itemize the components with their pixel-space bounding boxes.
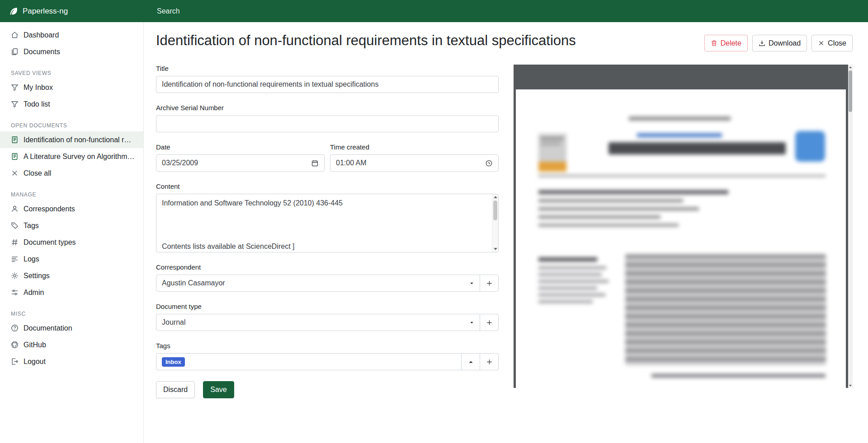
tag-icon [11,222,19,229]
blurred-line [538,224,679,227]
sidebar-item-label: Documents [24,48,60,56]
document-header: Identification of non-functional require… [156,32,853,51]
blurred-line [629,117,731,121]
list-icon [11,255,19,263]
file-text-icon [11,136,19,144]
correspondent-select[interactable]: Agustin Casamayor [156,275,480,292]
blurred-line [538,215,660,219]
tags-input[interactable]: Inbox [156,353,462,370]
blurred-line [538,273,602,276]
add-correspondent-button[interactable] [480,275,499,292]
plus-icon [486,319,493,326]
sidebar-item-label: Documentation [24,324,72,332]
blurred-divider [538,175,826,177]
caret-up-icon [467,359,474,365]
document-type-select[interactable]: Journal [156,314,480,331]
sidebar-item-label: Settings [24,272,50,280]
date-input[interactable]: 03/25/2009 [156,154,325,172]
scroll-up-arrow[interactable] [492,194,499,200]
discard-button[interactable]: Discard [156,381,195,398]
scroll-down-arrow[interactable] [848,383,853,388]
sidebar-item-correspondents[interactable]: Correspondents [0,201,143,217]
sidebar-item-label: Correspondents [24,205,75,213]
calendar-icon [311,159,319,167]
delete-button[interactable]: Delete [704,35,748,51]
search-area [156,7,868,16]
sidebar-item-github[interactable]: GitHub [0,336,143,353]
blurred-link-line [637,133,722,137]
sidebar-item-settings[interactable]: Settings [0,267,143,284]
top-navbar: Paperless-ng [0,0,868,22]
pdf-viewer[interactable] [514,65,853,388]
sidebar-item-todo-list[interactable]: Todo list [0,96,143,112]
sliders-icon [11,289,19,296]
save-button[interactable]: Save [203,381,234,398]
app-brand[interactable]: Paperless-ng [0,7,144,16]
download-button[interactable]: Download [752,35,807,51]
person-icon [11,205,19,213]
download-icon [759,40,765,47]
blurred-line [538,300,593,303]
content-scrollbar[interactable] [492,194,498,252]
download-label: Download [769,39,801,47]
document-type-label: Document type [156,303,499,310]
clock-icon [485,159,493,167]
asn-label: Archive Serial Number [156,104,499,112]
add-document-type-button[interactable] [480,314,499,331]
sidebar-item-admin[interactable]: Admin [0,284,143,301]
blurred-cover-band [538,162,566,172]
close-label: Close [828,39,846,47]
scroll-down-arrow[interactable] [492,246,499,252]
scrollbar-thumb[interactable] [493,201,497,220]
scrollbar-thumb[interactable] [849,70,852,112]
sidebar-item-label: Logout [24,358,46,366]
sidebar-open-doc-2[interactable]: A Literature Survey on Algorithms for Mu… [0,148,143,165]
sidebar-section-misc: MISC [0,301,143,320]
correspondent-value: Agustin Casamayor [162,279,225,287]
blurred-publisher-logo [795,131,825,162]
sidebar-item-logout[interactable]: Logout [0,353,143,370]
logout-icon [11,358,19,365]
scroll-up-arrow[interactable] [848,65,853,70]
content-textarea[interactable]: Information and Software Technology 52 (… [156,194,499,252]
chevron-down-icon [469,320,474,325]
sidebar-item-close-all[interactable]: Close all [0,165,143,182]
search-input[interactable] [156,7,472,16]
sidebar: Dashboard Documents SAVED VIEWS My Inbox… [0,22,144,443]
delete-label: Delete [721,39,741,47]
question-circle-icon [11,324,19,332]
filter-icon [11,100,19,108]
tag-badge-inbox[interactable]: Inbox [162,357,185,367]
asn-input[interactable] [156,115,499,132]
blurred-line [538,280,609,283]
close-button[interactable]: Close [811,35,853,51]
time-created-label: Time created [330,143,499,151]
sidebar-item-my-inbox[interactable]: My Inbox [0,79,143,96]
preview-scrollbar[interactable] [848,65,853,388]
pdf-page-blurred-content [516,89,846,388]
add-tag-button[interactable] [480,353,499,370]
sidebar-open-doc-1[interactable]: Identification of non-functional require… [0,131,143,148]
correspondent-label: Correspondent [156,263,499,271]
sidebar-item-document-types[interactable]: Document types [0,234,143,251]
title-input[interactable] [156,76,499,93]
sidebar-item-documents[interactable]: Documents [0,43,143,60]
blurred-abstract-block [625,254,826,365]
blurred-line [651,374,826,378]
tags-dropdown-toggle[interactable] [461,353,480,370]
sidebar-item-label: Document types [24,238,76,247]
sidebar-item-logs[interactable]: Logs [0,251,143,267]
brand-label: Paperless-ng [23,7,68,16]
sidebar-item-documentation[interactable]: Documentation [0,320,143,336]
sidebar-item-tags[interactable]: Tags [0,217,143,234]
time-created-input[interactable]: 01:00 AM [330,154,499,172]
document-edit-form: Title Archive Serial Number Date 03/2 [156,65,499,443]
sidebar-item-label: Dashboard [24,31,59,39]
tags-label: Tags [156,342,499,350]
leaf-logo-icon [9,7,18,16]
form-actions: Discard Save [156,381,499,398]
sidebar-section-open-documents: OPEN DOCUMENTS [0,112,143,131]
sidebar-item-label: GitHub [24,341,46,349]
discard-label: Discard [163,386,188,394]
sidebar-item-dashboard[interactable]: Dashboard [0,27,143,43]
